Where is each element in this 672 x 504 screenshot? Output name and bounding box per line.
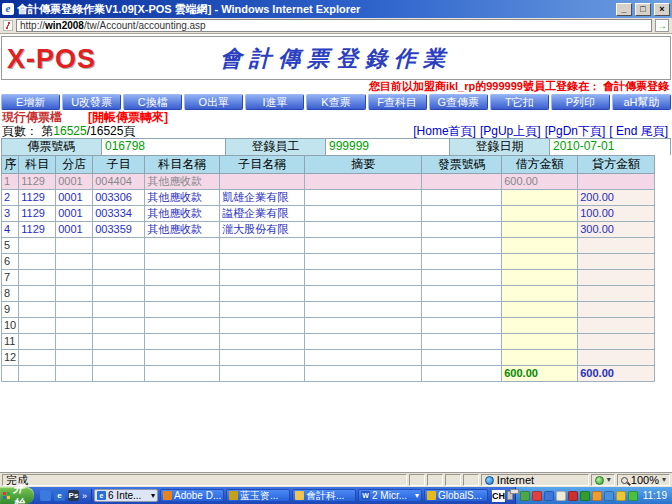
grid-cell[interactable] <box>305 174 422 190</box>
grid-cell[interactable]: 004404 <box>93 174 145 190</box>
toolbar-button-8[interactable]: G查傳票 <box>429 94 488 110</box>
grid-cell[interactable] <box>220 238 305 254</box>
tray-icon[interactable] <box>520 491 530 501</box>
toolbar-button-1[interactable]: E增新 <box>1 94 60 110</box>
grid-cell[interactable] <box>220 318 305 334</box>
grid-cell[interactable] <box>305 286 422 302</box>
grid-cell[interactable] <box>19 254 56 270</box>
toolbar-button-4[interactable]: O出單 <box>184 94 243 110</box>
grid-cell[interactable] <box>502 270 578 286</box>
tray-icon[interactable] <box>532 491 542 501</box>
grid-cell[interactable] <box>422 270 502 286</box>
toolbar-button-6[interactable]: K查票 <box>306 94 365 110</box>
grid-cell[interactable] <box>56 334 93 350</box>
grid-cell[interactable] <box>93 350 145 366</box>
grid-cell[interactable] <box>422 222 502 238</box>
grid-cell[interactable] <box>578 254 655 270</box>
grid-cell[interactable] <box>502 238 578 254</box>
grid-cell[interactable] <box>145 302 220 318</box>
grid-cell[interactable] <box>19 286 56 302</box>
toolbar-button-9[interactable]: T它扣 <box>490 94 549 110</box>
minimize-button[interactable]: _ <box>616 3 632 16</box>
grid-cell[interactable] <box>305 318 422 334</box>
grid-cell[interactable] <box>220 350 305 366</box>
grid-cell[interactable] <box>220 302 305 318</box>
grid-cell[interactable]: 300.00 <box>578 222 655 238</box>
grid-cell[interactable] <box>502 190 578 206</box>
grid-cell[interactable] <box>56 302 93 318</box>
grid-cell[interactable] <box>220 286 305 302</box>
toolbar-button-3[interactable]: C換檔 <box>123 94 182 110</box>
grid-cell[interactable] <box>220 254 305 270</box>
tray-icon[interactable] <box>628 491 638 501</box>
maximize-button[interactable]: □ <box>635 3 651 16</box>
grid-cell[interactable] <box>56 238 93 254</box>
grid-cell[interactable] <box>145 254 220 270</box>
grid-cell[interactable]: 其他應收款 <box>145 190 220 206</box>
grid-cell[interactable] <box>502 302 578 318</box>
taskbar-task[interactable]: W2 Micr... <box>358 489 422 502</box>
grid-cell[interactable]: 003306 <box>93 190 145 206</box>
grid-cell[interactable] <box>19 302 56 318</box>
taskbar-task[interactable]: e6 Inte... <box>94 489 158 502</box>
page-nav-link[interactable]: [PgUp上頁] <box>480 124 541 138</box>
grid-cell[interactable] <box>305 190 422 206</box>
grid-cell[interactable] <box>305 254 422 270</box>
grid-cell[interactable] <box>578 302 655 318</box>
taskbar-task[interactable]: 蓝玉资... <box>226 489 290 502</box>
grid-cell[interactable] <box>145 270 220 286</box>
grid-cell[interactable] <box>56 270 93 286</box>
go-button[interactable]: → <box>655 19 669 32</box>
grid-cell[interactable] <box>93 254 145 270</box>
grid-cell[interactable]: 1129 <box>19 190 56 206</box>
grid-cell[interactable] <box>93 302 145 318</box>
grid-cell[interactable] <box>578 286 655 302</box>
grid-cell[interactable] <box>145 238 220 254</box>
grid-cell[interactable] <box>220 270 305 286</box>
grid-cell[interactable]: 9 <box>2 302 19 318</box>
grid-cell[interactable] <box>578 238 655 254</box>
grid-cell[interactable] <box>56 286 93 302</box>
ie-icon[interactable]: e <box>54 490 65 501</box>
grid-cell[interactable]: 2 <box>2 190 19 206</box>
page-nav-link[interactable]: [Home首頁] <box>413 124 476 138</box>
grid-cell[interactable]: 600.00 <box>502 174 578 190</box>
grid-cell[interactable] <box>578 334 655 350</box>
grid-cell[interactable]: 200.00 <box>578 190 655 206</box>
grid-cell[interactable] <box>502 254 578 270</box>
grid-cell[interactable]: 5 <box>2 238 19 254</box>
grid-cell[interactable] <box>220 174 305 190</box>
grid-cell[interactable] <box>145 350 220 366</box>
photoshop-icon[interactable]: Ps <box>68 490 79 501</box>
grid-cell[interactable]: 1129 <box>19 222 56 238</box>
toolbar-button-7[interactable]: F查科目 <box>368 94 427 110</box>
grid-cell[interactable]: 8 <box>2 286 19 302</box>
grid-cell[interactable]: 3 <box>2 206 19 222</box>
grid-cell[interactable] <box>422 254 502 270</box>
grid-cell[interactable] <box>502 318 578 334</box>
language-indicator[interactable]: CH <box>492 490 505 502</box>
page-nav-link[interactable]: [ End 尾頁] <box>609 124 668 138</box>
grid-cell[interactable] <box>422 334 502 350</box>
grid-cell[interactable]: 0001 <box>56 190 93 206</box>
grid-cell[interactable] <box>305 206 422 222</box>
grid-cell[interactable] <box>19 270 56 286</box>
grid-cell[interactable]: 1129 <box>19 174 56 190</box>
grid-cell[interactable] <box>93 286 145 302</box>
grid-cell[interactable] <box>19 238 56 254</box>
grid-cell[interactable] <box>19 350 56 366</box>
close-button[interactable]: × <box>654 3 670 16</box>
date-field[interactable]: 2010-07-01 <box>550 139 668 155</box>
grid-cell[interactable] <box>578 318 655 334</box>
grid-cell[interactable] <box>422 206 502 222</box>
grid-cell[interactable] <box>502 286 578 302</box>
grid-cell[interactable]: 1 <box>2 174 19 190</box>
grid-cell[interactable]: 100.00 <box>578 206 655 222</box>
taskbar-task[interactable]: 會計科... <box>292 489 356 502</box>
grid-cell[interactable]: 其他應收款 <box>145 206 220 222</box>
grid-cell[interactable] <box>422 302 502 318</box>
grid-cell[interactable]: 1129 <box>19 206 56 222</box>
grid-cell[interactable] <box>305 302 422 318</box>
grid-cell[interactable] <box>578 350 655 366</box>
tray-icon[interactable] <box>544 491 554 501</box>
